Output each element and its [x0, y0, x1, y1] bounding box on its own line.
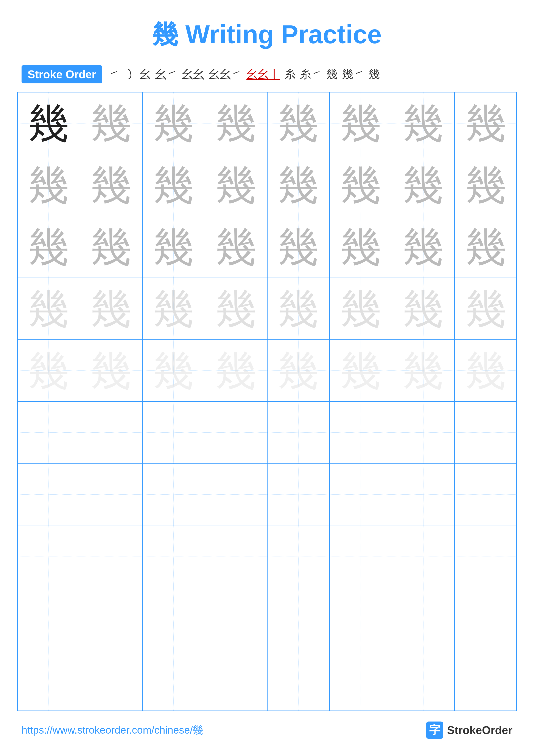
grid-cell-7-1[interactable] — [18, 464, 80, 525]
stroke-step-11: 幾㇀ — [342, 67, 365, 82]
grid-cell-2-6[interactable]: 幾 — [330, 154, 392, 216]
grid-cell-9-7[interactable] — [392, 587, 455, 649]
footer-url[interactable]: https://www.strokeorder.com/chinese/幾 — [21, 723, 203, 737]
grid-cell-4-5[interactable]: 幾 — [267, 278, 330, 339]
grid-cell-4-3[interactable]: 幾 — [142, 278, 205, 339]
grid-cell-9-1[interactable] — [18, 587, 80, 649]
grid-row-5[interactable]: 幾幾幾幾幾幾幾幾 — [18, 340, 516, 402]
grid-cell-10-6[interactable] — [330, 649, 392, 711]
grid-cell-5-8[interactable]: 幾 — [455, 340, 517, 401]
grid-cell-4-1[interactable]: 幾 — [18, 278, 80, 339]
grid-row-8[interactable] — [18, 526, 516, 587]
grid-row-9[interactable] — [18, 587, 516, 649]
grid-cell-2-2[interactable]: 幾 — [80, 154, 142, 216]
grid-cell-9-8[interactable] — [455, 587, 517, 649]
grid-cell-3-8[interactable]: 幾 — [455, 216, 517, 278]
grid-cell-3-6[interactable]: 幾 — [330, 216, 392, 278]
stroke-step-9: 糸㇀ — [300, 67, 322, 82]
grid-cell-9-6[interactable] — [330, 587, 392, 649]
grid-row-10[interactable] — [18, 649, 516, 711]
grid-cell-8-5[interactable] — [267, 526, 330, 587]
grid-cell-4-8[interactable]: 幾 — [455, 278, 517, 339]
grid-cell-2-3[interactable]: 幾 — [142, 154, 205, 216]
grid-cell-10-1[interactable] — [18, 649, 80, 711]
grid-cell-7-7[interactable] — [392, 464, 455, 525]
grid-cell-6-8[interactable] — [455, 402, 517, 463]
grid-cell-10-4[interactable] — [205, 649, 267, 711]
grid-cell-8-8[interactable] — [455, 526, 517, 587]
grid-cell-5-1[interactable]: 幾 — [18, 340, 80, 401]
grid-row-7[interactable] — [18, 464, 516, 526]
grid-cell-1-2[interactable]: 幾 — [80, 93, 142, 154]
grid-cell-7-8[interactable] — [455, 464, 517, 525]
stroke-step-4: 幺㇀ — [155, 67, 177, 82]
grid-row-3[interactable]: 幾幾幾幾幾幾幾幾 — [18, 216, 516, 278]
grid-cell-8-2[interactable] — [80, 526, 142, 587]
grid-cell-8-6[interactable] — [330, 526, 392, 587]
grid-cell-10-8[interactable] — [455, 649, 517, 711]
practice-char: 幾 — [466, 288, 506, 329]
stroke-order-section: Stroke Order ㇀ ㇁ 幺 幺㇀ 幺幺 幺幺㇀ 幺幺丨 糸 糸㇀ 幾 … — [0, 65, 534, 83]
grid-cell-6-3[interactable] — [142, 402, 205, 463]
grid-cell-7-6[interactable] — [330, 464, 392, 525]
grid-cell-5-7[interactable]: 幾 — [392, 340, 455, 401]
grid-cell-7-2[interactable] — [80, 464, 142, 525]
grid-cell-4-2[interactable]: 幾 — [80, 278, 142, 339]
grid-cell-1-6[interactable]: 幾 — [330, 93, 392, 154]
grid-cell-1-4[interactable]: 幾 — [205, 93, 267, 154]
grid-cell-3-4[interactable]: 幾 — [205, 216, 267, 278]
grid-cell-3-7[interactable]: 幾 — [392, 216, 455, 278]
grid-cell-6-4[interactable] — [205, 402, 267, 463]
grid-cell-5-2[interactable]: 幾 — [80, 340, 142, 401]
grid-cell-4-6[interactable]: 幾 — [330, 278, 392, 339]
grid-cell-7-5[interactable] — [267, 464, 330, 525]
grid-cell-7-4[interactable] — [205, 464, 267, 525]
grid-cell-2-1[interactable]: 幾 — [18, 154, 80, 216]
grid-cell-8-7[interactable] — [392, 526, 455, 587]
grid-cell-5-6[interactable]: 幾 — [330, 340, 392, 401]
grid-cell-6-6[interactable] — [330, 402, 392, 463]
grid-cell-1-7[interactable]: 幾 — [392, 93, 455, 154]
grid-cell-6-5[interactable] — [267, 402, 330, 463]
grid-row-2[interactable]: 幾幾幾幾幾幾幾幾 — [18, 154, 516, 216]
grid-cell-4-7[interactable]: 幾 — [392, 278, 455, 339]
grid-cell-10-7[interactable] — [392, 649, 455, 711]
grid-cell-5-4[interactable]: 幾 — [205, 340, 267, 401]
grid-cell-8-3[interactable] — [142, 526, 205, 587]
grid-cell-10-3[interactable] — [142, 649, 205, 711]
grid-cell-9-4[interactable] — [205, 587, 267, 649]
practice-char: 幾 — [28, 103, 69, 144]
grid-row-6[interactable] — [18, 402, 516, 464]
grid-cell-9-5[interactable] — [267, 587, 330, 649]
grid-cell-1-1[interactable]: 幾 — [18, 93, 80, 154]
practice-char: 幾 — [340, 103, 381, 144]
grid-cell-9-3[interactable] — [142, 587, 205, 649]
grid-cell-10-2[interactable] — [80, 649, 142, 711]
grid-cell-1-8[interactable]: 幾 — [455, 93, 517, 154]
grid-cell-5-5[interactable]: 幾 — [267, 340, 330, 401]
grid-cell-6-1[interactable] — [18, 402, 80, 463]
grid-row-4[interactable]: 幾幾幾幾幾幾幾幾 — [18, 278, 516, 340]
grid-cell-3-1[interactable]: 幾 — [18, 216, 80, 278]
grid-cell-5-3[interactable]: 幾 — [142, 340, 205, 401]
grid-cell-10-5[interactable] — [267, 649, 330, 711]
grid-cell-8-1[interactable] — [18, 526, 80, 587]
grid-cell-2-8[interactable]: 幾 — [455, 154, 517, 216]
grid-cell-3-5[interactable]: 幾 — [267, 216, 330, 278]
grid-cell-2-5[interactable]: 幾 — [267, 154, 330, 216]
grid-cell-1-3[interactable]: 幾 — [142, 93, 205, 154]
grid-cell-6-2[interactable] — [80, 402, 142, 463]
grid-cell-7-3[interactable] — [142, 464, 205, 525]
grid-cell-3-3[interactable]: 幾 — [142, 216, 205, 278]
grid-cell-8-4[interactable] — [205, 526, 267, 587]
grid-cell-6-7[interactable] — [392, 402, 455, 463]
grid-cell-3-2[interactable]: 幾 — [80, 216, 142, 278]
grid-cell-9-2[interactable] — [80, 587, 142, 649]
grid-cell-2-7[interactable]: 幾 — [392, 154, 455, 216]
grid-cell-1-5[interactable]: 幾 — [267, 93, 330, 154]
grid-row-1[interactable]: 幾幾幾幾幾幾幾幾 — [18, 93, 516, 154]
grid-cell-2-4[interactable]: 幾 — [205, 154, 267, 216]
grid-cell-4-4[interactable]: 幾 — [205, 278, 267, 339]
practice-char: 幾 — [340, 350, 381, 391]
practice-char: 幾 — [403, 103, 444, 144]
